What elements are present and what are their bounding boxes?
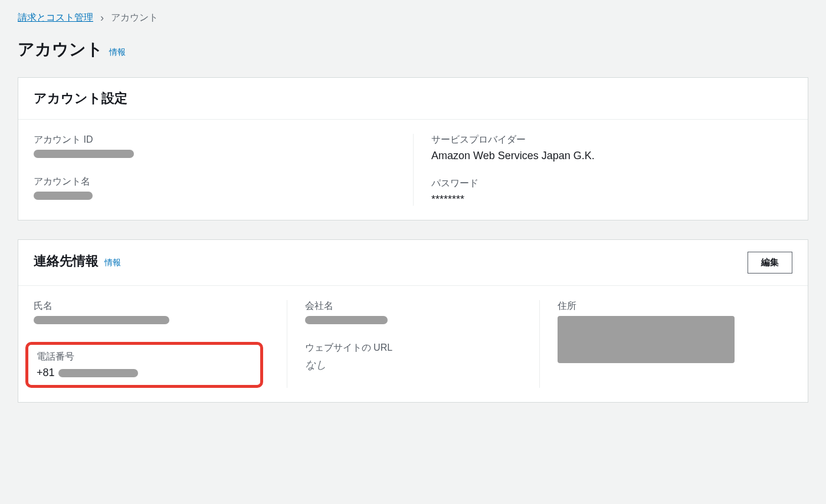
account-name-label: アカウント名: [34, 176, 413, 188]
address-field: 住所: [558, 300, 792, 365]
company-label: 会社名: [305, 300, 540, 312]
breadcrumb-root-link[interactable]: 請求とコスト管理: [18, 12, 93, 24]
password-label: パスワード: [431, 177, 792, 190]
edit-button[interactable]: 編集: [748, 252, 792, 274]
chevron-right-icon: ›: [100, 12, 104, 24]
phone-prefix: +81: [37, 367, 55, 379]
account-name-value-redacted: [34, 192, 93, 200]
account-id-value-redacted: [34, 150, 134, 158]
company-field: 会社名: [305, 300, 540, 327]
breadcrumb: 請求とコスト管理 › アカウント: [18, 12, 808, 24]
name-field: 氏名: [34, 300, 287, 327]
phone-value-redacted: [58, 369, 138, 377]
account-id-field: アカウント ID: [34, 134, 413, 160]
account-settings-title: アカウント設定: [34, 90, 127, 107]
contact-info-title: 連絡先情報: [34, 252, 99, 270]
phone-highlight-box: 電話番号 +81: [25, 342, 263, 388]
service-provider-field: サービスプロバイダー Amazon Web Services Japan G.K…: [431, 134, 792, 162]
service-provider-value: Amazon Web Services Japan G.K.: [431, 150, 792, 162]
account-name-field: アカウント名: [34, 176, 413, 202]
account-settings-card: アカウント設定 アカウント ID アカウント名 サービスプロバイダー Amazo…: [18, 77, 808, 220]
breadcrumb-current: アカウント: [111, 12, 158, 24]
website-value: なし: [305, 358, 540, 372]
password-value: ********: [431, 193, 792, 206]
name-label: 氏名: [34, 300, 287, 312]
contact-info-card: 連絡先情報 情報 編集 氏名 電話番号 +81: [18, 239, 808, 403]
service-provider-label: サービスプロバイダー: [431, 134, 792, 146]
phone-field: 電話番号 +81: [37, 351, 252, 379]
page-info-link[interactable]: 情報: [109, 47, 126, 58]
website-label: ウェブサイトの URL: [305, 342, 540, 354]
name-value-redacted: [34, 316, 169, 324]
password-field: パスワード ********: [431, 177, 792, 206]
address-label: 住所: [558, 300, 792, 312]
account-id-label: アカウント ID: [34, 134, 413, 146]
website-field: ウェブサイトの URL なし: [305, 342, 540, 372]
contact-info-link[interactable]: 情報: [104, 258, 121, 268]
page-title: アカウント: [18, 38, 103, 61]
account-settings-header: アカウント設定: [18, 78, 808, 120]
page-title-row: アカウント 情報: [18, 38, 808, 61]
phone-label: 電話番号: [37, 351, 252, 363]
contact-info-header: 連絡先情報 情報 編集: [18, 240, 808, 286]
company-value-redacted: [305, 316, 388, 324]
address-value-redacted: [558, 316, 735, 363]
